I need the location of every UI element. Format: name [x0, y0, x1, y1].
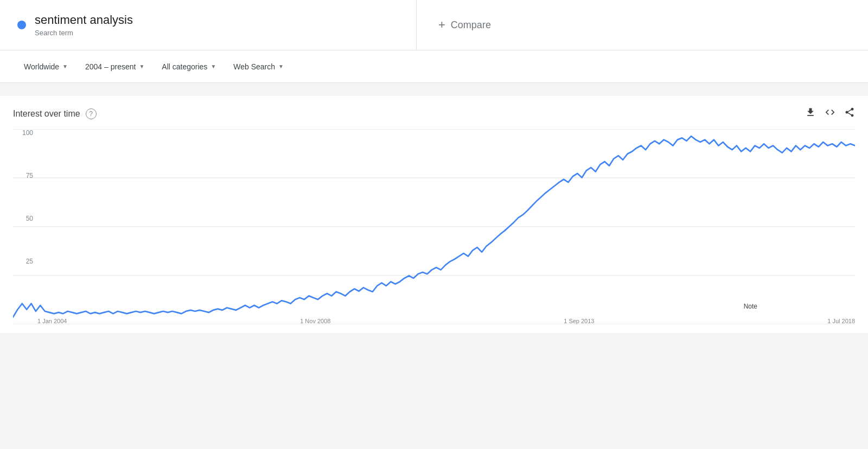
region-filter[interactable]: Worldwide ▼ [17, 58, 74, 75]
y-label-50: 50 [26, 215, 37, 222]
time-range-filter[interactable]: 2004 – present ▼ [79, 58, 151, 75]
x-label-2008: 1 Nov 2008 [300, 318, 330, 324]
compare-button[interactable]: + Compare [438, 18, 491, 32]
time-chevron-icon: ▼ [139, 63, 144, 69]
y-axis-labels: 100 75 50 25 0 [13, 129, 37, 308]
term-color-dot [17, 21, 26, 29]
y-label-25: 25 [26, 258, 37, 265]
chart-title-row: Interest over time ? [13, 108, 97, 119]
chart-container: 100 75 50 25 0 1 Jan 2004 1 Nov 2008 1 S… [13, 129, 855, 324]
x-axis-labels: 1 Jan 2004 1 Nov 2008 1 Sep 2013 1 Jul 2… [37, 311, 855, 324]
y-label-100: 100 [22, 129, 37, 137]
chart-section: Interest over time ? [0, 96, 868, 333]
categories-filter[interactable]: All categories ▼ [155, 58, 222, 75]
chart-header: Interest over time ? [13, 107, 855, 120]
search-term-name: sentiment analysis [35, 13, 133, 27]
chart-title: Interest over time [13, 109, 80, 119]
header-section: sentiment analysis Search term + Compare [0, 0, 868, 50]
categories-chevron-icon: ▼ [210, 63, 216, 69]
help-icon[interactable]: ? [86, 108, 97, 119]
search-term-type: Search term [35, 29, 133, 37]
filters-bar: Worldwide ▼ 2004 – present ▼ All categor… [0, 50, 868, 83]
term-info: sentiment analysis Search term [35, 13, 133, 37]
y-label-75: 75 [26, 172, 37, 179]
search-type-filter[interactable]: Web Search ▼ [227, 58, 290, 75]
share-icon[interactable] [844, 107, 855, 120]
compare-block[interactable]: + Compare [417, 0, 868, 50]
embed-icon[interactable] [825, 107, 835, 120]
time-range-label: 2004 – present [85, 62, 136, 71]
search-type-chevron-icon: ▼ [278, 63, 284, 69]
x-label-2013: 1 Sep 2013 [564, 318, 594, 324]
chart-actions [805, 107, 855, 120]
chart-note-label: Note [744, 303, 757, 310]
trend-chart [13, 129, 855, 324]
categories-label: All categories [162, 62, 207, 71]
search-type-label: Web Search [233, 62, 275, 71]
x-label-2018: 1 Jul 2018 [827, 318, 855, 324]
search-term-block: sentiment analysis Search term [0, 0, 417, 50]
region-chevron-icon: ▼ [62, 63, 68, 69]
help-question-mark: ? [89, 110, 93, 118]
region-label: Worldwide [24, 62, 59, 71]
compare-plus-icon: + [438, 18, 445, 32]
download-icon[interactable] [805, 107, 816, 120]
content-area: Interest over time ? [0, 83, 868, 346]
x-label-2004: 1 Jan 2004 [37, 318, 67, 324]
compare-label: Compare [451, 20, 491, 31]
